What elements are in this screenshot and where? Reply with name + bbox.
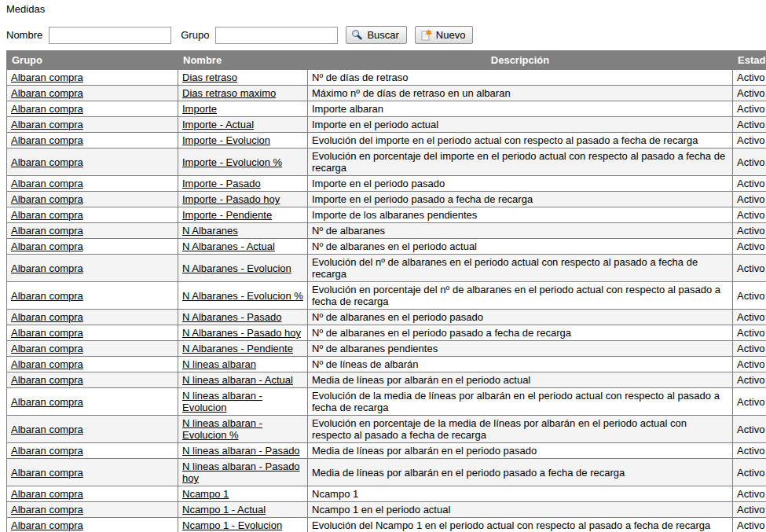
estado-cell: Activo (733, 176, 766, 192)
grupo-link[interactable]: Albaran compra (11, 240, 83, 252)
descripcion-cell: Nº de albaranes en el periodo actual (308, 239, 733, 255)
grupo-link[interactable]: Albaran compra (11, 72, 83, 83)
nombre-input[interactable] (49, 27, 171, 44)
estado-cell: Activo (733, 388, 766, 416)
grupo-link[interactable]: Albaran compra (11, 193, 83, 205)
nombre-link[interactable]: Importe - Pasado (182, 178, 261, 189)
grupo-link[interactable]: Albaran compra (11, 488, 83, 500)
descripcion-cell: Nº de albaranes en el periodo pasado (308, 310, 733, 325)
grupo-link[interactable]: Albaran compra (11, 311, 83, 323)
grupo-link[interactable]: Albaran compra (11, 343, 83, 354)
table-row: Albaran compra Importe - Evolucion Evolu… (7, 133, 766, 149)
grupo-link[interactable]: Albaran compra (11, 396, 83, 408)
nombre-link[interactable]: Importe - Evolucion (182, 134, 270, 146)
table-header-row: Grupo Nombre Descripción Estado (7, 51, 766, 70)
table-row: Albaran compra Dias retraso maximo Máxim… (7, 86, 766, 101)
nombre-link[interactable]: Ncampo 1 - Evolucion (182, 519, 282, 531)
descripcion-cell: Importe de los albaranes pendientes (308, 207, 733, 223)
grupo-link[interactable]: Albaran compra (11, 87, 83, 99)
new-document-star-icon (420, 29, 432, 41)
header-descripcion[interactable]: Descripción (308, 51, 733, 70)
nombre-link[interactable]: N lineas albaran - Evolucion (182, 390, 262, 413)
descripcion-cell: Evolución de la media de líneas por alba… (308, 388, 733, 416)
nombre-link[interactable]: Importe - Pasado hoy (182, 193, 280, 205)
nombre-link[interactable]: N Albaranes - Evolucion (182, 262, 291, 274)
grupo-input[interactable] (215, 27, 338, 44)
nombre-link[interactable]: N Albaranes - Evolucion % (182, 290, 303, 302)
estado-cell: Activo (733, 255, 766, 282)
table-row: Albaran compra N Albaranes - Actual Nº d… (7, 239, 766, 255)
nombre-link[interactable]: Importe - Actual (182, 119, 254, 130)
search-bar: Nombre Grupo Buscar Nuevo (6, 26, 760, 44)
table-row: Albaran compra N lineas albaran Nº de lí… (7, 357, 766, 372)
estado-cell: Activo (733, 310, 766, 325)
grupo-link[interactable]: Albaran compra (11, 467, 83, 479)
nombre-link[interactable]: N Albaranes - Pasado hoy (182, 327, 301, 339)
header-nombre[interactable]: Nombre (178, 51, 308, 70)
descripcion-cell: Media de líneas por albarán en el period… (308, 443, 733, 459)
grupo-link[interactable]: Albaran compra (11, 209, 83, 221)
grupo-link[interactable]: Albaran compra (11, 119, 83, 130)
medidas-table: Grupo Nombre Descripción Estado Albaran … (6, 50, 766, 532)
estado-cell: Activo (733, 357, 766, 372)
grupo-link[interactable]: Albaran compra (11, 262, 83, 274)
grupo-link[interactable]: Albaran compra (11, 103, 83, 115)
nombre-link[interactable]: N Albaranes - Pasado (182, 311, 281, 323)
grupo-link[interactable]: Albaran compra (11, 327, 83, 339)
descripcion-cell: Evolución en porcentaje de la media de l… (308, 416, 733, 443)
table-row: Albaran compra Ncampo 1 - Actual Ncampo … (7, 502, 766, 518)
nombre-link[interactable]: N Albaranes (182, 225, 238, 237)
nombre-link[interactable]: N Albaranes - Actual (182, 240, 275, 252)
table-row: Albaran compra N lineas albaran - Evoluc… (7, 388, 766, 416)
buscar-button[interactable]: Buscar (346, 26, 406, 44)
nuevo-button[interactable]: Nuevo (415, 26, 474, 44)
grupo-link[interactable]: Albaran compra (11, 156, 83, 168)
grupo-link[interactable]: Albaran compra (11, 374, 83, 386)
grupo-link[interactable]: Albaran compra (11, 519, 83, 531)
nombre-link[interactable]: Dias retraso maximo (182, 87, 276, 99)
estado-cell: Activo (733, 117, 766, 133)
descripcion-cell: Media de líneas por albarán en el period… (308, 459, 733, 486)
grupo-link[interactable]: Albaran compra (11, 225, 83, 237)
nombre-link[interactable]: N lineas albaran - Pasado (182, 445, 300, 457)
grupo-link[interactable]: Albaran compra (11, 424, 83, 435)
grupo-link[interactable]: Albaran compra (11, 134, 83, 146)
nombre-link[interactable]: Ncampo 1 (182, 488, 229, 500)
descripcion-cell: Evolución del importe en el periodo actu… (308, 133, 733, 149)
grupo-link[interactable]: Albaran compra (11, 445, 83, 457)
nombre-link[interactable]: N lineas albaran (182, 358, 256, 370)
descripcion-cell: Importe en el periodo actual (308, 117, 733, 133)
descripcion-cell: Importe en el periodo pasado (308, 176, 733, 192)
descripcion-cell: Máximo nº de días de retraso en un albar… (308, 86, 733, 101)
nombre-link[interactable]: N lineas albaran - Actual (182, 374, 293, 386)
estado-cell: Activo (733, 443, 766, 459)
grupo-link[interactable]: Albaran compra (11, 358, 83, 370)
nombre-link[interactable]: N lineas albaran - Pasado hoy (182, 460, 300, 484)
estado-cell: Activo (733, 70, 766, 86)
estado-cell: Activo (733, 325, 766, 341)
magnifier-icon (351, 29, 363, 41)
nombre-link[interactable]: Importe - Evolucion % (182, 156, 282, 168)
header-estado[interactable]: Estado (733, 51, 766, 70)
grupo-link[interactable]: Albaran compra (11, 290, 83, 302)
estado-cell: Activo (733, 239, 766, 255)
estado-cell: Activo (733, 416, 766, 443)
header-grupo[interactable]: Grupo (7, 51, 178, 70)
estado-cell: Activo (733, 101, 766, 117)
estado-cell: Activo (733, 223, 766, 239)
descripcion-cell: Ncampo 1 (308, 486, 733, 502)
nombre-link[interactable]: Dias retraso (182, 72, 237, 83)
nombre-link[interactable]: Importe - Pendiente (182, 209, 272, 221)
nombre-link[interactable]: N lineas albaran - Evolucion % (182, 417, 262, 441)
estado-cell: Activo (733, 518, 766, 532)
nombre-link[interactable]: Importe (182, 103, 217, 115)
estado-cell: Activo (733, 192, 766, 207)
grupo-link[interactable]: Albaran compra (11, 178, 83, 189)
nombre-link[interactable]: N Albaranes - Pendiente (182, 343, 293, 354)
table-row: Albaran compra N Albaranes - Evolucion E… (7, 255, 766, 282)
grupo-link[interactable]: Albaran compra (11, 504, 83, 515)
table-row: Albaran compra N Albaranes - Pasado hoy … (7, 325, 766, 341)
nombre-link[interactable]: Ncampo 1 - Actual (182, 504, 266, 515)
table-row: Albaran compra N Albaranes - Evolucion %… (7, 282, 766, 310)
page-title: Medidas (6, 3, 760, 15)
